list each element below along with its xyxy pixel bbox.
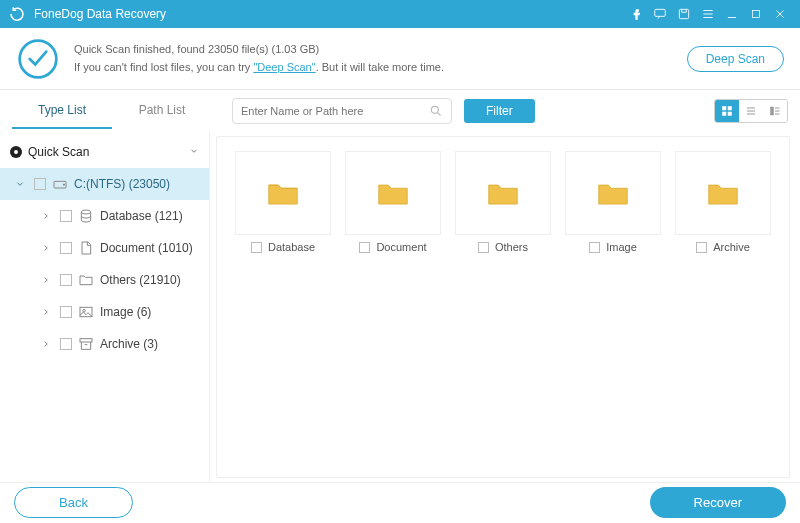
tree-item-label: Document (1010) <box>100 241 193 255</box>
checkbox[interactable] <box>359 242 370 253</box>
status-file-count: 23050 <box>208 43 239 55</box>
checkmark-icon <box>16 37 60 81</box>
svg-rect-8 <box>728 112 732 116</box>
svg-rect-6 <box>728 107 732 111</box>
search-box[interactable] <box>232 98 452 124</box>
svg-rect-15 <box>80 339 92 342</box>
folder-item[interactable]: Image <box>565 151 661 253</box>
folder-item[interactable]: Document <box>345 151 441 253</box>
bullet-icon <box>10 146 22 158</box>
folder-grid: Database Document Others Image Archive <box>235 151 771 253</box>
svg-point-4 <box>431 106 438 113</box>
svg-rect-7 <box>723 112 727 116</box>
deep-scan-link[interactable]: "Deep Scan" <box>253 61 315 73</box>
folder-icon <box>78 272 94 288</box>
tree-item-archive[interactable]: Archive (3) <box>0 328 209 360</box>
facebook-icon[interactable] <box>624 0 648 28</box>
tree-root-quick-scan[interactable]: Quick Scan <box>0 136 209 168</box>
maximize-icon[interactable] <box>744 0 768 28</box>
tree-item-label: Image (6) <box>100 305 151 319</box>
tab-type-list[interactable]: Type List <box>12 93 112 129</box>
status-strip: Quick Scan finished, found 23050 file(s)… <box>0 28 800 90</box>
checkbox[interactable] <box>60 274 72 286</box>
menu-icon[interactable] <box>696 0 720 28</box>
tab-path-list[interactable]: Path List <box>112 93 212 129</box>
tree-item-label: Database (121) <box>100 209 183 223</box>
svg-rect-2 <box>753 11 760 18</box>
search-input[interactable] <box>241 105 429 117</box>
chevron-right-icon[interactable] <box>38 211 54 221</box>
folder-thumb <box>565 151 661 235</box>
chevron-down-icon[interactable] <box>189 145 199 159</box>
bottom-bar: Back Recover <box>0 482 800 522</box>
folder-thumb <box>345 151 441 235</box>
folder-thumb <box>455 151 551 235</box>
minimize-icon[interactable] <box>720 0 744 28</box>
folder-label: Database <box>268 241 315 253</box>
tree-item-document[interactable]: Document (1010) <box>0 232 209 264</box>
svg-point-3 <box>20 40 57 77</box>
svg-rect-9 <box>771 107 774 115</box>
recover-button[interactable]: Recover <box>650 487 786 518</box>
checkbox[interactable] <box>589 242 600 253</box>
tree-item-database[interactable]: Database (121) <box>0 200 209 232</box>
checkbox[interactable] <box>478 242 489 253</box>
checkbox[interactable] <box>251 242 262 253</box>
svg-rect-1 <box>679 9 688 18</box>
checkbox[interactable] <box>696 242 707 253</box>
main-area: Quick Scan C:(NTFS) (23050) Database (12… <box>0 132 800 482</box>
image-icon <box>78 304 94 320</box>
back-button[interactable]: Back <box>14 487 133 518</box>
checkbox[interactable] <box>60 210 72 222</box>
tree-item-label: Others (21910) <box>100 273 181 287</box>
tree-item-image[interactable]: Image (6) <box>0 296 209 328</box>
filter-button[interactable]: Filter <box>464 99 535 123</box>
folder-label: Others <box>495 241 528 253</box>
drive-icon <box>52 176 68 192</box>
archive-icon <box>78 336 94 352</box>
chevron-right-icon[interactable] <box>38 243 54 253</box>
folder-item[interactable]: Others <box>455 151 551 253</box>
view-list-button[interactable] <box>739 100 763 122</box>
folder-label: Archive <box>713 241 750 253</box>
titlebar: FoneDog Data Recovery <box>0 0 800 28</box>
checkbox[interactable] <box>60 338 72 350</box>
svg-rect-0 <box>655 9 666 16</box>
folder-thumb <box>675 151 771 235</box>
tree-drive[interactable]: C:(NTFS) (23050) <box>0 168 209 200</box>
folder-item[interactable]: Archive <box>675 151 771 253</box>
chevron-right-icon[interactable] <box>38 275 54 285</box>
folder-item[interactable]: Database <box>235 151 331 253</box>
checkbox[interactable] <box>60 306 72 318</box>
folder-thumb <box>235 151 331 235</box>
deep-scan-button[interactable]: Deep Scan <box>687 46 784 72</box>
search-icon <box>429 104 443 118</box>
status-text: Quick Scan finished, found 23050 file(s)… <box>74 41 687 76</box>
tree-item-others[interactable]: Others (21910) <box>0 264 209 296</box>
folder-label: Document <box>376 241 426 253</box>
sidebar-tree: Quick Scan C:(NTFS) (23050) Database (12… <box>0 132 210 482</box>
database-icon <box>78 208 94 224</box>
chevron-down-icon[interactable] <box>12 179 28 189</box>
checkbox[interactable] <box>34 178 46 190</box>
sidebar-tabs: Type List Path List <box>12 93 212 129</box>
chevron-right-icon[interactable] <box>38 339 54 349</box>
tree-drive-label: C:(NTFS) (23050) <box>74 177 170 191</box>
toolbar: Type List Path List Filter <box>0 90 800 132</box>
view-grid-button[interactable] <box>715 100 739 122</box>
svg-point-11 <box>63 184 64 185</box>
view-detail-button[interactable] <box>763 100 787 122</box>
checkbox[interactable] <box>60 242 72 254</box>
chevron-right-icon[interactable] <box>38 307 54 317</box>
folder-label: Image <box>606 241 637 253</box>
status-line1-prefix: Quick Scan finished, found <box>74 43 208 55</box>
close-icon[interactable] <box>768 0 792 28</box>
status-total-size: 1.03 GB <box>275 43 315 55</box>
app-title: FoneDog Data Recovery <box>34 7 166 21</box>
content-panel: Database Document Others Image Archive <box>216 136 790 478</box>
tree-root-label: Quick Scan <box>28 145 89 159</box>
document-icon <box>78 240 94 256</box>
save-icon[interactable] <box>672 0 696 28</box>
feedback-icon[interactable] <box>648 0 672 28</box>
svg-rect-5 <box>723 107 727 111</box>
